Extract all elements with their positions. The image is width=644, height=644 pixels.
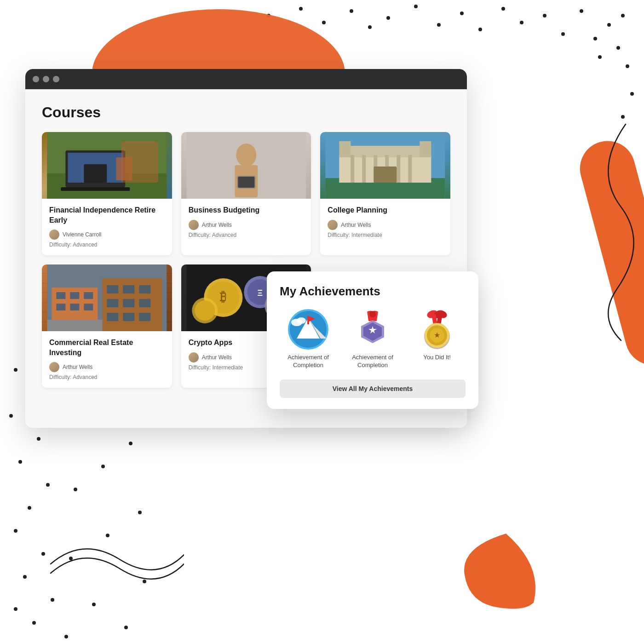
achievement-item-1: Achievement of Completion bbox=[280, 309, 337, 369]
svg-rect-16 bbox=[351, 155, 355, 183]
curved-line-bottom bbox=[46, 527, 184, 598]
decorative-dot bbox=[322, 21, 326, 24]
course-card-1[interactable]: Financial Independence Retire Early Vivi… bbox=[42, 132, 172, 255]
decorative-dot bbox=[543, 14, 546, 17]
decorative-dot bbox=[92, 603, 96, 606]
course-image-1 bbox=[42, 132, 172, 199]
course-title-1: Financial Independence Retire Early bbox=[49, 205, 165, 225]
course-body-2: Business Budgeting Arthur Wells Difficul… bbox=[181, 199, 311, 246]
author-avatar-5 bbox=[189, 352, 199, 362]
course-image-4 bbox=[42, 264, 172, 331]
course-title-3: College Planning bbox=[328, 205, 443, 215]
decorative-dot bbox=[32, 621, 36, 625]
course-difficulty-2: Difficulty: Advanced bbox=[189, 232, 304, 238]
svg-rect-4 bbox=[61, 187, 130, 191]
decorative-dot bbox=[580, 9, 583, 13]
svg-text:★: ★ bbox=[434, 331, 440, 339]
decorative-dot bbox=[18, 460, 22, 464]
browser-dot-1 bbox=[33, 76, 39, 82]
course-difficulty-1: Difficulty: Advanced bbox=[49, 242, 165, 248]
achievement-item-3: ★ You Did It! bbox=[408, 309, 466, 362]
decorative-dot bbox=[14, 368, 17, 372]
decorative-dot bbox=[607, 23, 611, 27]
svg-rect-24 bbox=[420, 141, 431, 157]
course-body-1: Financial Independence Retire Early Vivi… bbox=[42, 199, 172, 255]
decorative-dot bbox=[621, 14, 625, 17]
svg-rect-42 bbox=[139, 313, 150, 321]
achievements-card: My Achievements Achievement bbox=[267, 271, 478, 409]
svg-rect-41 bbox=[123, 313, 134, 321]
svg-rect-34 bbox=[107, 285, 118, 293]
decorative-dot bbox=[138, 511, 142, 514]
browser-dot-3 bbox=[53, 76, 59, 82]
achievement-badge-1 bbox=[288, 309, 329, 350]
author-name-2: Arthur Wells bbox=[202, 222, 232, 228]
decorative-dot bbox=[598, 55, 602, 59]
course-difficulty-3: Difficulty: Intermediate bbox=[328, 232, 443, 238]
svg-rect-6 bbox=[116, 157, 132, 180]
course-body-4: Commercial Real Estate Investing Arthur … bbox=[42, 331, 172, 388]
achievement-label-2: Achievement of Completion bbox=[344, 354, 401, 369]
course-author-3: Arthur Wells bbox=[328, 220, 443, 230]
decorative-dot bbox=[593, 37, 597, 40]
decorative-dot bbox=[437, 23, 441, 27]
decorative-dot bbox=[561, 32, 565, 36]
decorative-dot bbox=[14, 529, 17, 533]
svg-rect-33 bbox=[84, 304, 93, 310]
decorative-dot bbox=[368, 25, 372, 29]
svg-rect-40 bbox=[107, 313, 118, 321]
decorative-dot bbox=[14, 607, 17, 611]
decorative-dot bbox=[124, 626, 128, 629]
decorative-dot bbox=[616, 46, 620, 50]
svg-text:₿: ₿ bbox=[220, 290, 226, 304]
author-avatar-4 bbox=[49, 362, 59, 372]
achievement-item-2: Achievement of Completion bbox=[344, 309, 401, 369]
decorative-dot bbox=[51, 598, 54, 602]
course-card-4[interactable]: Commercial Real Estate Investing Arthur … bbox=[42, 264, 172, 388]
decorative-dot bbox=[350, 9, 353, 13]
achievement-badge-3: ★ bbox=[416, 309, 458, 350]
orange-shape-bottom bbox=[460, 529, 552, 621]
decorative-dot bbox=[101, 465, 105, 468]
decorative-dot bbox=[129, 442, 132, 445]
svg-rect-20 bbox=[397, 155, 401, 183]
achievements-row: Achievement of Completion Achievement of… bbox=[280, 309, 466, 369]
decorative-dot bbox=[414, 5, 418, 8]
decorative-dot bbox=[630, 92, 634, 96]
course-author-2: Arthur Wells bbox=[189, 220, 304, 230]
svg-point-55 bbox=[195, 300, 215, 321]
course-card-2[interactable]: Business Budgeting Arthur Wells Difficul… bbox=[181, 132, 311, 255]
svg-text:Ξ: Ξ bbox=[257, 288, 263, 298]
course-title-2: Business Budgeting bbox=[189, 205, 304, 215]
svg-rect-21 bbox=[408, 155, 412, 183]
svg-point-66 bbox=[369, 311, 376, 317]
svg-rect-17 bbox=[362, 155, 366, 183]
author-avatar-1 bbox=[49, 230, 59, 240]
course-card-3[interactable]: College Planning Arthur Wells Difficulty… bbox=[320, 132, 450, 255]
decorative-dot bbox=[501, 7, 505, 11]
decorative-dot bbox=[46, 483, 50, 487]
svg-rect-32 bbox=[70, 304, 79, 310]
achievement-label-3: You Did It! bbox=[423, 354, 451, 362]
course-difficulty-4: Difficulty: Advanced bbox=[49, 374, 165, 380]
view-all-achievements-button[interactable]: View All My Achievements bbox=[280, 380, 466, 398]
decorative-dot bbox=[478, 28, 482, 31]
course-image-2 bbox=[181, 132, 311, 199]
decorative-dot bbox=[386, 16, 390, 20]
author-name-4: Arthur Wells bbox=[63, 364, 92, 370]
decorative-dot bbox=[299, 7, 303, 11]
svg-rect-35 bbox=[123, 285, 134, 293]
author-name-1: Vivienne Carroll bbox=[63, 231, 102, 238]
decorative-dot bbox=[626, 64, 629, 68]
author-avatar-2 bbox=[189, 220, 199, 230]
courses-section-title: Courses bbox=[42, 104, 450, 121]
author-name-3: Arthur Wells bbox=[341, 222, 371, 228]
svg-rect-60 bbox=[307, 316, 309, 324]
achievement-label-1: Achievement of Completion bbox=[280, 354, 337, 369]
svg-rect-29 bbox=[70, 292, 79, 299]
svg-rect-31 bbox=[56, 304, 65, 310]
svg-rect-23 bbox=[339, 141, 351, 157]
svg-point-63 bbox=[297, 317, 306, 324]
svg-rect-5 bbox=[84, 164, 107, 183]
curved-line-right bbox=[589, 115, 635, 347]
